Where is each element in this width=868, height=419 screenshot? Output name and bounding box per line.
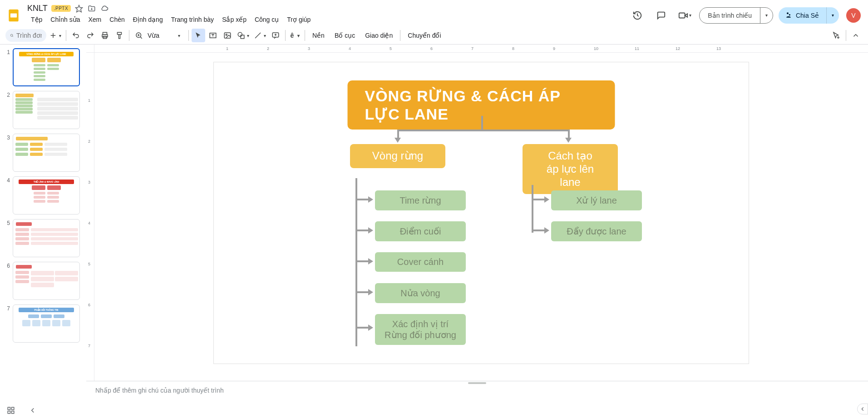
notes-placeholder: Nhấp để thêm ghi chú của người thuyết tr… <box>95 387 224 394</box>
zoom-tool[interactable] <box>132 29 146 42</box>
comment-add-button[interactable] <box>269 29 282 42</box>
textbox-tool[interactable] <box>206 29 220 42</box>
diagram-leaf[interactable]: Xác định vị trí Rừng đối phương <box>375 314 466 345</box>
doc-title[interactable]: KNLT <box>27 4 48 13</box>
toolbar: ▾ Vừa ▾ ▾ ▾ ê▾ Nền Bố cục Giao diện Chuy… <box>0 27 868 45</box>
history-icon[interactable] <box>628 6 646 25</box>
svg-rect-22 <box>241 35 244 39</box>
present-dropdown[interactable]: ▾ <box>760 8 773 23</box>
menu-file[interactable]: Tệp <box>27 14 46 25</box>
svg-rect-3 <box>679 13 685 18</box>
svg-point-21 <box>238 32 242 36</box>
slide-thumb-4[interactable]: THẾ LÍNH & WAVE LÍNH <box>13 176 80 214</box>
diagram-leaf[interactable]: Xử lý lane <box>551 190 642 210</box>
pptx-badge: .PPTX <box>51 5 71 12</box>
svg-rect-28 <box>8 407 10 409</box>
present-button[interactable]: Bản trình chiếu <box>700 8 760 23</box>
pointer-tool[interactable]: ê▾ <box>288 29 302 42</box>
svg-point-20 <box>226 34 227 35</box>
account-avatar[interactable]: V <box>846 8 861 23</box>
slide-canvas[interactable]: VÒNG RỪNG & CÁCH ÁP LỰC LANE Vòng rừng C… <box>213 62 749 364</box>
svg-line-23 <box>255 33 261 38</box>
line-tool[interactable]: ▾ <box>252 29 268 42</box>
zoom-dropdown[interactable]: ▾ <box>172 29 186 42</box>
svg-line-13 <box>140 37 142 39</box>
select-tool[interactable] <box>192 29 205 42</box>
notes-resize-grip[interactable] <box>468 382 486 384</box>
svg-rect-29 <box>12 407 14 409</box>
menu-search-input[interactable] <box>16 32 42 39</box>
expand-sidepanel-icon[interactable] <box>857 404 868 414</box>
shape-tool[interactable]: ▾ <box>235 29 251 42</box>
laser-pointer-icon[interactable] <box>829 29 843 42</box>
share-dropdown[interactable]: ▾ <box>826 7 839 24</box>
layout-button[interactable]: Bố cục <box>330 29 360 42</box>
cloud-status-icon[interactable] <box>100 4 109 13</box>
speaker-notes[interactable]: Nhấp để thêm ghi chú của người thuyết tr… <box>86 381 868 401</box>
transition-button[interactable]: Chuyển đổi <box>403 29 445 42</box>
new-slide-button[interactable]: ▾ <box>47 29 63 42</box>
image-tool[interactable] <box>221 29 234 42</box>
theme-button[interactable]: Giao diện <box>360 29 397 42</box>
collapse-toolbar-icon[interactable] <box>849 29 863 42</box>
menu-search[interactable] <box>5 29 46 42</box>
ruler-horizontal[interactable]: 1 2 3 4 5 6 7 8 9 10 11 12 13 <box>94 45 868 53</box>
menu-format[interactable]: Định dạng <box>129 14 167 25</box>
menu-view[interactable]: Xem <box>85 14 105 25</box>
diagram-sub-right[interactable]: Cách tạo áp lực lên lane <box>523 144 618 194</box>
menu-help[interactable]: Trợ giúp <box>283 14 314 25</box>
diagram-leaf[interactable]: Time rừng <box>375 190 466 210</box>
menu-insert[interactable]: Chèn <box>106 14 128 25</box>
slide-thumb-1[interactable]: VÒNG RỪNG & CÁCH ÁP LỰC LANE <box>13 48 80 86</box>
meet-icon[interactable]: ▾ <box>676 6 694 25</box>
undo-button[interactable] <box>69 29 83 42</box>
star-icon[interactable] <box>74 4 84 13</box>
menu-slide[interactable]: Trang trình bày <box>168 14 217 25</box>
grid-view-icon[interactable] <box>5 404 17 417</box>
collapse-filmstrip-icon[interactable] <box>26 404 39 417</box>
svg-rect-1 <box>10 13 17 17</box>
slide-thumb-6[interactable] <box>13 262 80 300</box>
zoom-value[interactable]: Vừa <box>148 32 170 39</box>
svg-line-6 <box>12 36 13 37</box>
filmstrip[interactable]: 1VÒNG RỪNG & CÁCH ÁP LỰC LANE 2 3 4THẾ L… <box>0 45 86 401</box>
slide-thumb-5[interactable] <box>13 219 80 257</box>
diagram-leaf[interactable]: Cover cánh <box>375 252 466 272</box>
svg-point-5 <box>10 34 13 36</box>
slide-thumb-2[interactable] <box>13 91 80 129</box>
svg-rect-31 <box>12 411 14 413</box>
search-icon <box>10 32 14 39</box>
redo-button[interactable] <box>84 29 97 42</box>
svg-marker-2 <box>76 5 83 12</box>
slide-thumb-7[interactable]: PHẢN HỒI THÔNG TIN <box>13 304 80 343</box>
svg-rect-30 <box>8 411 10 413</box>
share-button[interactable]: Chia Sẻ <box>779 7 826 24</box>
diagram-leaf[interactable]: Đẩy được lane <box>551 221 642 241</box>
comments-icon[interactable] <box>652 6 670 25</box>
svg-point-27 <box>838 37 839 38</box>
share-label: Chia Sẻ <box>796 12 819 19</box>
slide-thumb-3[interactable] <box>13 134 80 172</box>
menu-edit[interactable]: Chỉnh sửa <box>47 14 84 25</box>
background-button[interactable]: Nền <box>308 29 329 42</box>
diagram-leaf[interactable]: Điểm cuối <box>375 221 466 241</box>
move-folder-icon[interactable] <box>87 4 96 13</box>
ruler-vertical[interactable]: 1 2 3 4 5 6 7 <box>86 53 94 381</box>
menu-tools[interactable]: Công cụ <box>251 14 282 25</box>
print-button[interactable] <box>98 29 112 42</box>
diagram-leaf[interactable]: Nửa vòng <box>375 283 466 303</box>
paint-format-button[interactable] <box>113 29 126 42</box>
menu-arrange[interactable]: Sắp xếp <box>218 14 250 25</box>
menu-bar: Tệp Chỉnh sửa Xem Chèn Định dạng Trang t… <box>25 13 625 27</box>
diagram-sub-left[interactable]: Vòng rừng <box>350 144 445 168</box>
slides-logo[interactable] <box>5 7 22 24</box>
